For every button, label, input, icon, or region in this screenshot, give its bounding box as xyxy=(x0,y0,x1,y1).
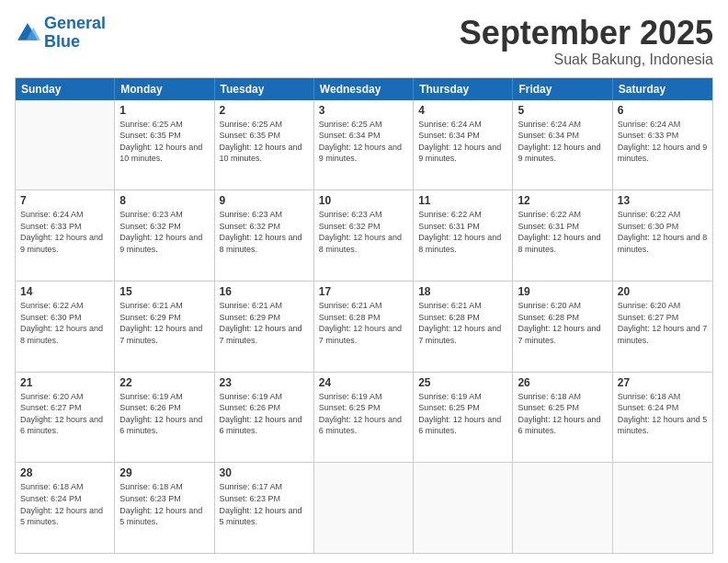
day-info: Sunrise: 6:18 AMSunset: 6:24 PMDaylight:… xyxy=(618,391,708,437)
calendar-cell: 13Sunrise: 6:22 AMSunset: 6:30 PMDayligh… xyxy=(613,190,712,281)
day-number: 1 xyxy=(119,104,209,117)
day-info: Sunrise: 6:20 AMSunset: 6:28 PMDaylight:… xyxy=(518,300,607,346)
day-number: 28 xyxy=(20,466,109,479)
header-day-wednesday: Wednesday xyxy=(314,78,414,100)
calendar-cell: 15Sunrise: 6:21 AMSunset: 6:29 PMDayligh… xyxy=(115,282,214,372)
calendar-cell xyxy=(414,463,513,553)
page: General Blue September 2025 Suak Bakung,… xyxy=(0,0,728,563)
day-number: 23 xyxy=(220,376,309,389)
calendar-cell: 18Sunrise: 6:21 AMSunset: 6:28 PMDayligh… xyxy=(414,282,513,372)
calendar-cell: 30Sunrise: 6:17 AMSunset: 6:23 PMDayligh… xyxy=(215,463,314,553)
day-info: Sunrise: 6:20 AMSunset: 6:27 PMDaylight:… xyxy=(20,391,109,437)
day-number: 13 xyxy=(618,194,708,207)
calendar-cell: 9Sunrise: 6:23 AMSunset: 6:32 PMDaylight… xyxy=(215,190,314,281)
calendar-cell: 7Sunrise: 6:24 AMSunset: 6:33 PMDaylight… xyxy=(16,190,115,281)
calendar-cell xyxy=(314,463,414,553)
calendar-cell: 1Sunrise: 6:25 AMSunset: 6:35 PMDaylight… xyxy=(115,100,214,190)
day-number: 29 xyxy=(119,466,209,479)
calendar-cell: 16Sunrise: 6:21 AMSunset: 6:29 PMDayligh… xyxy=(215,282,314,372)
day-number: 10 xyxy=(319,194,408,207)
day-number: 20 xyxy=(618,285,708,298)
calendar-cell xyxy=(613,463,712,553)
calendar-cell: 19Sunrise: 6:20 AMSunset: 6:28 PMDayligh… xyxy=(513,282,612,372)
day-info: Sunrise: 6:23 AMSunset: 6:32 PMDaylight:… xyxy=(319,209,408,255)
day-info: Sunrise: 6:18 AMSunset: 6:23 PMDaylight:… xyxy=(119,481,209,527)
day-number: 25 xyxy=(418,376,507,389)
calendar-cell: 5Sunrise: 6:24 AMSunset: 6:34 PMDaylight… xyxy=(513,100,612,190)
day-number: 15 xyxy=(119,285,209,298)
day-number: 24 xyxy=(319,376,408,389)
day-info: Sunrise: 6:21 AMSunset: 6:29 PMDaylight:… xyxy=(119,300,209,346)
calendar-cell: 26Sunrise: 6:18 AMSunset: 6:25 PMDayligh… xyxy=(513,373,612,463)
calendar-cell: 2Sunrise: 6:25 AMSunset: 6:35 PMDaylight… xyxy=(215,100,314,190)
calendar-cell: 24Sunrise: 6:19 AMSunset: 6:25 PMDayligh… xyxy=(314,373,414,463)
logo-icon xyxy=(15,20,40,46)
header-day-saturday: Saturday xyxy=(613,78,712,100)
calendar: SundayMondayTuesdayWednesdayThursdayFrid… xyxy=(15,77,713,554)
subtitle: Suak Bakung, Indonesia xyxy=(460,52,713,68)
calendar-cell: 23Sunrise: 6:19 AMSunset: 6:26 PMDayligh… xyxy=(215,373,314,463)
day-number: 21 xyxy=(20,376,109,389)
calendar-cell: 11Sunrise: 6:22 AMSunset: 6:31 PMDayligh… xyxy=(414,190,513,281)
day-number: 9 xyxy=(220,194,309,207)
calendar-header: SundayMondayTuesdayWednesdayThursdayFrid… xyxy=(16,78,712,100)
calendar-cell: 8Sunrise: 6:23 AMSunset: 6:32 PMDaylight… xyxy=(115,190,214,281)
day-number: 26 xyxy=(518,376,607,389)
calendar-row-2: 7Sunrise: 6:24 AMSunset: 6:33 PMDaylight… xyxy=(16,190,712,282)
day-number: 8 xyxy=(119,194,209,207)
header-day-thursday: Thursday xyxy=(414,78,513,100)
calendar-cell: 28Sunrise: 6:18 AMSunset: 6:24 PMDayligh… xyxy=(16,463,115,553)
calendar-cell: 17Sunrise: 6:21 AMSunset: 6:28 PMDayligh… xyxy=(314,282,414,372)
header-day-tuesday: Tuesday xyxy=(215,78,314,100)
day-number: 11 xyxy=(418,194,507,207)
calendar-cell: 20Sunrise: 6:20 AMSunset: 6:27 PMDayligh… xyxy=(613,282,712,372)
logo-blue: Blue xyxy=(44,32,80,51)
day-info: Sunrise: 6:19 AMSunset: 6:26 PMDaylight:… xyxy=(220,391,309,437)
day-info: Sunrise: 6:18 AMSunset: 6:25 PMDaylight:… xyxy=(518,391,607,437)
day-info: Sunrise: 6:23 AMSunset: 6:32 PMDaylight:… xyxy=(119,209,209,255)
day-number: 7 xyxy=(20,194,109,207)
day-number: 27 xyxy=(618,376,708,389)
calendar-cell xyxy=(16,100,115,190)
header: General Blue September 2025 Suak Bakung,… xyxy=(15,15,713,68)
month-title: September 2025 xyxy=(460,15,713,52)
calendar-cell: 22Sunrise: 6:19 AMSunset: 6:26 PMDayligh… xyxy=(115,373,214,463)
calendar-cell: 4Sunrise: 6:24 AMSunset: 6:34 PMDaylight… xyxy=(414,100,513,190)
calendar-cell: 10Sunrise: 6:23 AMSunset: 6:32 PMDayligh… xyxy=(314,190,414,281)
calendar-cell: 14Sunrise: 6:22 AMSunset: 6:30 PMDayligh… xyxy=(16,282,115,372)
calendar-cell: 12Sunrise: 6:22 AMSunset: 6:31 PMDayligh… xyxy=(513,190,612,281)
day-number: 2 xyxy=(220,104,309,117)
day-info: Sunrise: 6:24 AMSunset: 6:34 PMDaylight:… xyxy=(418,119,507,165)
title-block: September 2025 Suak Bakung, Indonesia xyxy=(460,15,713,68)
calendar-cell: 25Sunrise: 6:19 AMSunset: 6:25 PMDayligh… xyxy=(414,373,513,463)
day-number: 19 xyxy=(518,285,607,298)
day-info: Sunrise: 6:19 AMSunset: 6:26 PMDaylight:… xyxy=(119,391,209,437)
calendar-cell: 27Sunrise: 6:18 AMSunset: 6:24 PMDayligh… xyxy=(613,373,712,463)
day-info: Sunrise: 6:22 AMSunset: 6:30 PMDaylight:… xyxy=(20,300,109,346)
calendar-row-3: 14Sunrise: 6:22 AMSunset: 6:30 PMDayligh… xyxy=(16,282,712,373)
calendar-body: 1Sunrise: 6:25 AMSunset: 6:35 PMDaylight… xyxy=(16,100,712,553)
day-info: Sunrise: 6:17 AMSunset: 6:23 PMDaylight:… xyxy=(220,481,309,527)
day-info: Sunrise: 6:22 AMSunset: 6:31 PMDaylight:… xyxy=(518,209,607,255)
day-info: Sunrise: 6:25 AMSunset: 6:35 PMDaylight:… xyxy=(119,119,209,165)
calendar-row-4: 21Sunrise: 6:20 AMSunset: 6:27 PMDayligh… xyxy=(16,373,712,464)
calendar-cell: 21Sunrise: 6:20 AMSunset: 6:27 PMDayligh… xyxy=(16,373,115,463)
day-info: Sunrise: 6:18 AMSunset: 6:24 PMDaylight:… xyxy=(20,481,109,527)
day-number: 22 xyxy=(119,376,209,389)
day-number: 4 xyxy=(418,104,507,117)
day-number: 14 xyxy=(20,285,109,298)
calendar-cell: 6Sunrise: 6:24 AMSunset: 6:33 PMDaylight… xyxy=(613,100,712,190)
day-number: 6 xyxy=(618,104,708,117)
day-number: 30 xyxy=(220,466,309,479)
day-number: 17 xyxy=(319,285,408,298)
logo: General Blue xyxy=(15,15,106,52)
header-day-friday: Friday xyxy=(513,78,612,100)
calendar-row-1: 1Sunrise: 6:25 AMSunset: 6:35 PMDaylight… xyxy=(16,100,712,191)
day-info: Sunrise: 6:25 AMSunset: 6:34 PMDaylight:… xyxy=(319,119,408,165)
calendar-row-5: 28Sunrise: 6:18 AMSunset: 6:24 PMDayligh… xyxy=(16,463,712,553)
day-info: Sunrise: 6:22 AMSunset: 6:31 PMDaylight:… xyxy=(418,209,507,255)
calendar-cell xyxy=(513,463,612,553)
day-number: 5 xyxy=(518,104,607,117)
calendar-cell: 29Sunrise: 6:18 AMSunset: 6:23 PMDayligh… xyxy=(115,463,214,553)
day-number: 12 xyxy=(518,194,607,207)
